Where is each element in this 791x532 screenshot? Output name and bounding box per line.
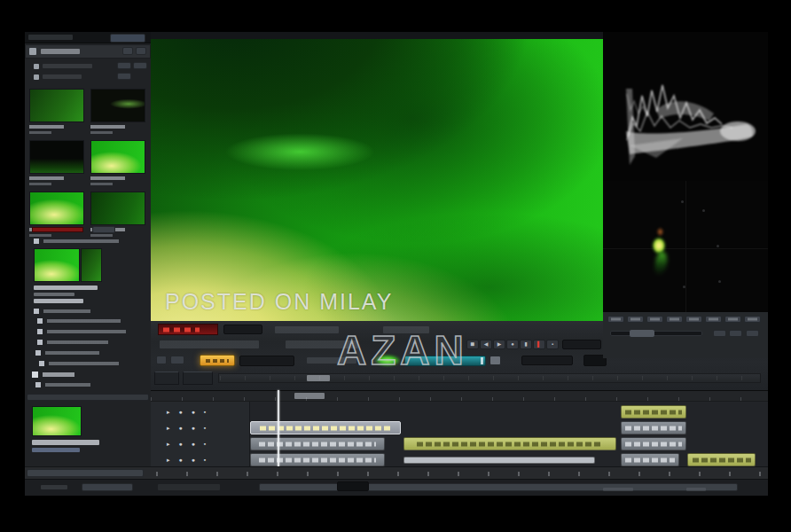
sidebar-header-label: [28, 35, 73, 40]
viewer-header: [151, 32, 603, 39]
scope-button[interactable]: [646, 316, 663, 323]
zoom-strip[interactable]: [218, 373, 761, 383]
mark-button[interactable]: ▌: [533, 340, 545, 349]
graticule-dot: [683, 286, 685, 288]
scope-button[interactable]: [607, 316, 624, 323]
timeline-scrollbar[interactable]: [259, 483, 738, 491]
timeline-tab[interactable]: [154, 372, 179, 385]
timeline: ▸ ● ● ▪▸ ● ● ▪▸ ● ● ▪▸ ● ● ▪: [151, 390, 768, 466]
timeline-ruler[interactable]: [151, 390, 768, 402]
clip-filmstrip[interactable]: [81, 248, 102, 282]
bin-tree-item[interactable]: [35, 349, 99, 356]
vectorscope: [603, 181, 768, 312]
tool-button[interactable]: [170, 356, 184, 364]
display-button[interactable]: [223, 325, 262, 334]
timeline-clip[interactable]: [250, 437, 385, 450]
scope-button[interactable]: [666, 316, 683, 323]
option-segment: [160, 340, 259, 348]
thumbnail[interactable]: [29, 89, 84, 137]
timeline-clip[interactable]: [403, 437, 616, 450]
mode-button[interactable]: [239, 356, 294, 366]
zoom-value-text: [307, 375, 330, 381]
stop-button[interactable]: ◼: [466, 340, 479, 349]
play-button[interactable]: ▶: [493, 340, 505, 349]
timeline-clip[interactable]: [621, 421, 686, 434]
timeline-clip[interactable]: [621, 405, 686, 419]
record-button[interactable]: ●: [506, 340, 519, 349]
thumbnail[interactable]: [90, 140, 145, 188]
scope-button[interactable]: [744, 316, 761, 323]
scope-option-button[interactable]: [729, 330, 742, 337]
timeline-clip-audio[interactable]: [403, 457, 595, 464]
bin-tree-folder[interactable]: [32, 371, 74, 379]
status-text: [603, 488, 633, 491]
keyframe-strip: [151, 468, 763, 479]
record-timecode-display: [158, 324, 218, 335]
timeline-clip[interactable]: [250, 453, 385, 466]
scope-slider-handle[interactable]: [630, 330, 654, 337]
step-back-button[interactable]: ◀: [480, 340, 492, 349]
filter-icon: [34, 64, 39, 69]
sidebar-header-button[interactable]: [110, 34, 145, 43]
toolbar-button[interactable]: [562, 340, 601, 349]
small-button[interactable]: [489, 356, 501, 365]
nav-button[interactable]: [82, 483, 133, 491]
status-button[interactable]: [337, 481, 369, 491]
bin-tree-item[interactable]: [37, 328, 126, 335]
status-text: [686, 488, 706, 491]
clip-timecode-text: [34, 299, 83, 303]
timeline-clip[interactable]: [621, 437, 686, 450]
scope-slider[interactable]: [610, 331, 702, 336]
marker-button[interactable]: [200, 355, 235, 366]
thumbnail[interactable]: [29, 140, 84, 188]
sort-icon: [34, 74, 39, 80]
timeline-clip-selected[interactable]: [250, 421, 401, 434]
track-header[interactable]: ▸ ● ● ▪: [153, 437, 248, 450]
waveform-scope: [603, 32, 768, 181]
tool-button[interactable]: [156, 356, 167, 364]
toolbar-button[interactable]: [521, 356, 573, 365]
bin-tree-item[interactable]: [39, 360, 119, 367]
bin-option-button[interactable]: [122, 47, 133, 55]
status-bar: [25, 479, 768, 496]
filter-button[interactable]: [117, 62, 131, 69]
ruler-timecode-text: [294, 393, 325, 399]
folder-icon: [29, 48, 36, 55]
filter-button[interactable]: [133, 62, 147, 69]
bin-tree-item[interactable]: [35, 381, 90, 388]
preview-thumbnail[interactable]: [32, 406, 82, 436]
timeline-tab[interactable]: [183, 372, 213, 385]
pause-button[interactable]: ▮: [520, 340, 532, 349]
scope-option-button[interactable]: [746, 330, 759, 337]
sidebar-scrollbar[interactable]: [27, 469, 144, 477]
loop-button[interactable]: ▪: [546, 340, 559, 349]
selected-clip-thumbnail[interactable]: [34, 248, 80, 282]
sort-label: [43, 74, 82, 79]
scope-button[interactable]: [724, 316, 741, 323]
clip-meta-text: [34, 293, 74, 296]
timeline-clip[interactable]: [687, 453, 756, 466]
timeline-clip[interactable]: [621, 453, 679, 466]
status-text: [158, 484, 220, 490]
sort-button[interactable]: [117, 73, 131, 80]
bin-tree-item[interactable]: [37, 317, 121, 325]
watermark-text-2: AZAN: [337, 326, 468, 374]
graticule-dot: [702, 209, 705, 212]
scope-option-button[interactable]: [713, 330, 726, 337]
track-header[interactable]: ▸ ● ● ▪: [153, 421, 248, 434]
scope-button[interactable]: [705, 316, 722, 323]
thumbnail[interactable]: [90, 89, 145, 137]
watermark-text-1: POSTED ON MILAY: [165, 289, 378, 315]
bin-option-button[interactable]: [136, 47, 146, 55]
timeline-footer-strip: [25, 466, 768, 480]
scopes-panel: [603, 32, 768, 358]
track-header[interactable]: ▸ ● ● ▪: [153, 405, 248, 419]
bin-tree-item[interactable]: [37, 339, 108, 346]
track-header[interactable]: ▸ ● ● ▪: [153, 453, 248, 466]
graticule-dot: [717, 245, 719, 247]
playhead[interactable]: [278, 390, 279, 466]
small-button[interactable]: [92, 226, 115, 233]
scope-button[interactable]: [627, 316, 644, 323]
panel-splitter[interactable]: [27, 394, 149, 401]
scope-button[interactable]: [685, 316, 702, 323]
